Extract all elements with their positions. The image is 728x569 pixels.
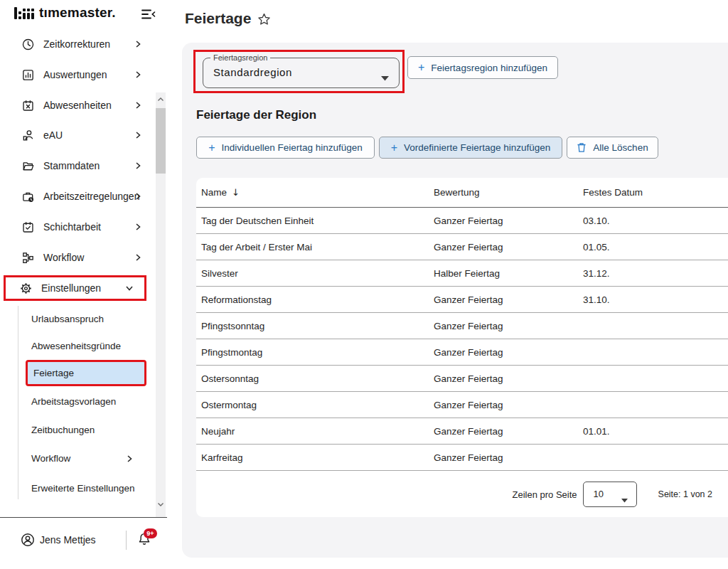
sidebar-subitem-arbeitstagsvorlagen[interactable]: Arbeitstagsvorlagen xyxy=(26,388,146,415)
table-pagination: Zeilen pro Seite 10 Seite: 1 von 2 xyxy=(196,472,728,517)
caret-down-icon xyxy=(621,493,628,506)
caret-down-icon xyxy=(381,71,389,84)
cell-datum: 03.10. xyxy=(583,216,728,226)
section-title: Feiertage der Region xyxy=(196,108,316,122)
annotation-rect-region-select: Feiertagsregion Standardregion xyxy=(193,50,405,93)
add-predefined-holidays-button[interactable]: + Vordefinierte Feiertage hinzufügen xyxy=(379,137,562,159)
calendar-x-icon xyxy=(21,99,35,112)
app-window: tımemaster. Zeitkorrekturen Auswertungen xyxy=(0,0,728,569)
cell-bewertung: Ganzer Feiertag xyxy=(434,321,583,331)
sidebar-collapse-icon[interactable] xyxy=(141,7,156,21)
sidebar-item-label: Workflow xyxy=(43,252,84,263)
sidebar-item-label: Einstellungen xyxy=(41,282,101,294)
sidebar-item-eau[interactable]: eAU xyxy=(6,122,152,148)
table-row[interactable]: Pfingstmontag Ganzer Feiertag xyxy=(196,339,728,366)
chevron-down-icon xyxy=(124,284,134,292)
sidebar-subitem-feiertage[interactable]: Feiertage xyxy=(26,360,146,386)
sidebar-subitem-urlaubsanspruch[interactable]: Urlaubsanspruch xyxy=(26,306,146,332)
user-name: Jens Mettjes xyxy=(40,534,96,546)
sidebar-item-abwesenheiten[interactable]: Abwesenheiten xyxy=(6,92,152,118)
plus-icon: + xyxy=(208,142,215,154)
sidebar-divider xyxy=(0,517,167,518)
subitem-label: Arbeitstagsvorlagen xyxy=(31,396,116,407)
app-logo: tımemaster. xyxy=(14,6,116,19)
scroll-up-icon[interactable] xyxy=(156,95,165,104)
subitem-label: Workflow xyxy=(31,453,70,464)
region-select[interactable]: Feiertagsregion Standardregion xyxy=(203,58,400,88)
cell-name: Reformationstag xyxy=(196,294,434,305)
avatar-icon[interactable] xyxy=(20,532,36,551)
table-row[interactable]: Pfingstsonntag Ganzer Feiertag xyxy=(196,313,728,339)
subitem-label: Zeitbuchungen xyxy=(31,425,95,435)
cell-datum: 31.12. xyxy=(583,268,728,279)
table-row[interactable]: Ostermontag Ganzer Feiertag xyxy=(196,392,728,418)
scroll-down-icon[interactable] xyxy=(156,500,165,509)
table-header: Name ↓ Bewertung Festes Datum xyxy=(196,178,728,208)
chevron-right-icon xyxy=(134,222,142,232)
sidebar-item-stammdaten[interactable]: Stammdaten xyxy=(6,153,152,179)
chevron-right-icon xyxy=(134,191,142,201)
plus-icon: + xyxy=(418,62,424,73)
rows-per-page-label: Zeilen pro Seite xyxy=(512,489,577,500)
cell-bewertung: Halber Feiertag xyxy=(434,268,583,279)
cell-bewertung: Ganzer Feiertag xyxy=(434,373,583,384)
table-row[interactable]: Neujahr Ganzer Feiertag 01.01. xyxy=(196,418,728,445)
sidebar-item-logout-clipped[interactable] xyxy=(0,560,155,569)
table-row[interactable]: Reformationstag Ganzer Feiertag 31.10. xyxy=(196,287,728,313)
sidebar-item-arbeitszeitregelungen[interactable]: Arbeitszeitregelungen xyxy=(6,184,152,209)
chevron-right-icon xyxy=(134,252,142,262)
sidebar-item-einstellungen[interactable]: Einstellungen xyxy=(4,275,146,301)
cell-bewertung: Ganzer Feiertag xyxy=(434,426,583,437)
sidebar-scrollbar[interactable] xyxy=(156,92,166,517)
logo-mark-icon xyxy=(14,6,34,19)
notification-badge: 9+ xyxy=(144,528,157,538)
table-row[interactable]: Tag der Deutschen Einheit Ganzer Feierta… xyxy=(196,208,728,234)
calendar-check-icon xyxy=(21,220,35,234)
page-info: Seite: 1 von 2 xyxy=(658,489,712,499)
sidebar-item-schichtarbeit[interactable]: Schichtarbeit xyxy=(6,214,152,240)
sidebar-subitem-zeitbuchungen[interactable]: Zeitbuchungen xyxy=(26,417,146,443)
workflow-icon xyxy=(21,251,35,265)
delete-all-button[interactable]: Alle Löschen xyxy=(567,137,658,159)
table-row[interactable]: Tag der Arbeit / Erster Mai Ganzer Feier… xyxy=(196,234,728,260)
cell-bewertung: Ganzer Feiertag xyxy=(434,347,583,358)
page-title: Feiertage xyxy=(185,10,251,27)
cell-name: Silvester xyxy=(196,268,434,279)
column-header-name[interactable]: Name ↓ xyxy=(196,187,434,198)
sidebar-item-label: eAU xyxy=(43,129,63,141)
chevron-right-icon xyxy=(134,130,142,140)
table-row[interactable]: Karfreitag Ganzer Feiertag xyxy=(196,445,728,471)
person-document-icon xyxy=(21,129,35,142)
notifications-bell-icon[interactable]: 9+ xyxy=(136,531,154,548)
rows-per-page-select[interactable]: 10 xyxy=(583,482,637,507)
table-row[interactable]: Ostersonntag Ganzer Feiertag xyxy=(196,366,728,392)
sidebar-subitem-workflow[interactable]: Workflow xyxy=(26,445,146,472)
user-divider xyxy=(126,531,127,550)
favorite-star-icon[interactable] xyxy=(257,12,272,30)
cell-datum: 01.01. xyxy=(583,426,728,437)
sidebar-subitem-abwesenheitsgruende[interactable]: Abwesenheitsgründe xyxy=(26,333,146,359)
scrollbar-thumb[interactable] xyxy=(156,108,166,174)
cell-name: Ostermontag xyxy=(196,400,434,410)
sidebar: tımemaster. Zeitkorrekturen Auswertungen xyxy=(0,0,167,569)
add-individual-holiday-button[interactable]: + Individuellen Feiertag hinzufügen xyxy=(196,137,375,159)
sidebar-item-label: Zeitkorrekturen xyxy=(43,38,110,50)
cell-name: Tag der Arbeit / Erster Mai xyxy=(196,242,434,252)
region-select-value: Standardregion xyxy=(213,66,292,78)
cell-bewertung: Ganzer Feiertag xyxy=(434,242,583,252)
column-header-bewertung[interactable]: Bewertung xyxy=(434,187,583,198)
subitem-label: Abwesenheitsgründe xyxy=(31,341,121,351)
sidebar-item-zeitkorrekturen[interactable]: Zeitkorrekturen xyxy=(6,31,152,57)
table-row[interactable]: Silvester Halber Feiertag 31.12. xyxy=(196,260,728,287)
chevron-right-icon xyxy=(134,39,142,49)
cell-name: Neujahr xyxy=(196,426,434,437)
sidebar-item-label: Arbeitszeitregelungen xyxy=(43,191,139,202)
sidebar-item-workflow[interactable]: Workflow xyxy=(6,245,152,270)
add-region-button[interactable]: + Feiertagsregion hinzufügen xyxy=(407,56,558,79)
sidebar-subitem-erweiterte-einstellungen[interactable]: Erweiterte Einstellungen xyxy=(26,475,146,501)
sidebar-item-auswertungen[interactable]: Auswertungen xyxy=(6,62,152,87)
gear-icon xyxy=(19,282,33,295)
column-header-festes-datum[interactable]: Festes Datum xyxy=(583,187,728,198)
sidebar-item-clipped[interactable] xyxy=(0,504,155,517)
cell-datum: 31.10. xyxy=(583,294,728,305)
